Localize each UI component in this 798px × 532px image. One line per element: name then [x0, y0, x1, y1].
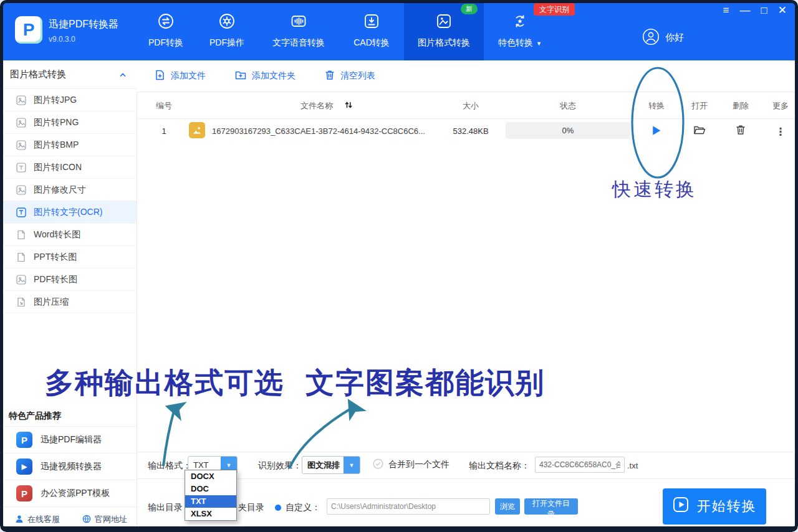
- chevron-up-icon[interactable]: [119, 69, 127, 80]
- pdf-editor-icon: P: [16, 432, 32, 448]
- sidebar-item-png[interactable]: 图片转PNG: [0, 112, 137, 134]
- output-name-extension: .txt: [627, 461, 638, 470]
- app-title: 迅捷PDF转换器: [49, 18, 118, 31]
- add-folder-button[interactable]: 添加文件夹: [234, 69, 296, 83]
- merge-checkbox[interactable]: 合并到一个文件: [373, 458, 449, 471]
- promo-section-title: 特色产品推荐: [0, 405, 137, 426]
- window-controls: ≡ — □ ✕: [723, 5, 787, 16]
- format-option-docx[interactable]: DOCX: [185, 470, 236, 483]
- sort-icon[interactable]: [344, 100, 353, 112]
- more-options-icon[interactable]: ⋮: [776, 125, 786, 138]
- format-dropdown-menu: DOCX DOC TXT XLSX: [185, 470, 237, 521]
- col-header-convert: 转换: [648, 100, 665, 112]
- col-header-no: 编号: [156, 100, 172, 112]
- col-header-size: 大小: [463, 100, 479, 112]
- minimize-icon[interactable]: —: [739, 5, 750, 16]
- delete-trash-icon[interactable]: [735, 124, 746, 136]
- chevron-down-icon[interactable]: ▼: [344, 457, 360, 473]
- chevron-down-icon: ▼: [536, 40, 542, 47]
- sidebar-item-ppt-long[interactable]: PPT转长图: [0, 246, 137, 268]
- menu-icon[interactable]: ≡: [723, 5, 729, 16]
- sidebar-item-ocr[interactable]: 图片转文字(OCR): [0, 201, 137, 224]
- col-header-open: 打开: [691, 100, 708, 112]
- sidebar-section-header[interactable]: 图片格式转换: [0, 60, 137, 89]
- headline-right: 文字图案都能识别: [305, 366, 545, 399]
- promo-ppt-template[interactable]: P 办公资源PPT模板: [0, 480, 137, 507]
- image-format-icon: [435, 12, 453, 32]
- sidebar-item-jpg[interactable]: 图片转JPG: [0, 89, 137, 112]
- sidebar-item-compress[interactable]: 图片压缩: [0, 291, 137, 313]
- format-option-txt[interactable]: TXT: [185, 495, 236, 508]
- compress-file-icon: [16, 297, 26, 307]
- online-service-link[interactable]: 在线客服: [15, 514, 60, 525]
- sidebar-item-resize[interactable]: 图片修改尺寸: [0, 179, 137, 201]
- settings-divider-top: [137, 452, 798, 452]
- tab-special-convert[interactable]: 文字识别 特色转换▼: [484, 0, 556, 60]
- output-name-input[interactable]: [535, 457, 625, 473]
- format-option-doc[interactable]: DOC: [185, 483, 236, 495]
- custom-dir-label[interactable]: 自定义：: [286, 502, 320, 513]
- recognize-select[interactable]: 图文混排 ▼: [302, 456, 360, 474]
- ppt-template-icon: P: [16, 485, 32, 501]
- image-file-icon: [16, 140, 26, 150]
- document-file-icon: [16, 252, 26, 262]
- headline-left: 多种输出格式可选: [45, 366, 284, 399]
- browse-button[interactable]: 浏览: [495, 498, 520, 515]
- image-file-icon: [16, 185, 26, 195]
- customer-service-icon: [15, 515, 24, 525]
- ocr-badge: 文字识别: [534, 3, 575, 16]
- user-account[interactable]: 你好: [642, 28, 684, 47]
- tab-image-format-convert[interactable]: 新 图片格式转换: [404, 0, 484, 60]
- progress-bar: 0%: [506, 122, 630, 139]
- format-option-xlsx[interactable]: XLSX: [185, 508, 236, 520]
- convert-play-button[interactable]: [650, 124, 663, 137]
- pdf-convert-icon: [156, 12, 175, 32]
- recognize-value: 图文混排: [302, 460, 344, 471]
- official-site-link[interactable]: 官网地址: [82, 514, 127, 525]
- avatar-icon: [642, 28, 660, 47]
- sidebar-item-icon[interactable]: 图片转ICON: [0, 156, 137, 179]
- promo-video-converter[interactable]: ▶ 迅捷视频转换器: [0, 453, 137, 480]
- ocr-text-icon: [16, 207, 26, 217]
- open-folder-icon[interactable]: [693, 124, 706, 136]
- pdf-operate-icon: [218, 12, 236, 32]
- start-convert-button[interactable]: 开始转换: [663, 488, 766, 525]
- custom-path-input[interactable]: [327, 498, 490, 515]
- progress-value: 0%: [562, 126, 574, 135]
- cad-convert-icon: [362, 12, 381, 32]
- app-logo-icon: P: [15, 16, 42, 44]
- output-name-label: 输出文档名称：: [469, 460, 530, 472]
- file-size: 532.48KB: [453, 126, 488, 136]
- sidebar-footer: 在线客服 官网地址: [0, 506, 137, 532]
- close-icon[interactable]: ✕: [778, 5, 787, 16]
- custom-dir-radio[interactable]: [275, 505, 281, 511]
- arrow-to-format: [163, 409, 175, 466]
- app-brand: P 迅捷PDF转换器 v9.0.3.0: [15, 16, 118, 44]
- col-header-more: 更多: [772, 100, 789, 112]
- file-toolbar: 添加文件 添加文件夹 清空列表: [137, 60, 798, 92]
- source-dir-option-label[interactable]: 夹目录: [238, 502, 264, 513]
- tab-pdf-operate[interactable]: PDF操作: [196, 0, 258, 60]
- col-header-filename: 文件名称: [300, 100, 333, 112]
- image-file-icon: [16, 163, 26, 173]
- main-nav: PDF转换 PDF操作 文字语音转换 CAD转换: [136, 0, 556, 60]
- output-format-value: TXT: [188, 460, 221, 470]
- sidebar-item-bmp[interactable]: 图片转BMP: [0, 134, 137, 156]
- promo-pdf-editor[interactable]: P 迅捷PDF编辑器: [0, 426, 137, 453]
- open-file-dir-button[interactable]: 打开文件目录: [524, 498, 578, 515]
- sidebar-item-pdf-long[interactable]: PDF转长图: [0, 268, 137, 291]
- tab-pdf-convert[interactable]: PDF转换: [136, 0, 196, 60]
- tab-text-voice-convert[interactable]: 文字语音转换: [258, 0, 339, 60]
- file-name: 1672903167293_C633CAE1-3B72-4614-9432-CC…: [212, 126, 425, 136]
- clear-list-button[interactable]: 清空列表: [324, 69, 375, 83]
- maximize-icon[interactable]: □: [761, 5, 767, 16]
- add-file-icon: [154, 69, 166, 83]
- sidebar: 图片格式转换 图片转JPG 图片转PNG 图片转BMP 图片转ICON 图片修改…: [0, 60, 137, 532]
- title-bar: P 迅捷PDF转换器 v9.0.3.0 PDF转换 PDF操作: [0, 0, 798, 60]
- add-file-button[interactable]: 添加文件: [154, 69, 206, 83]
- promo-section: 特色产品推荐 P 迅捷PDF编辑器 ▶ 迅捷视频转换器 P 办公资源PPT模板: [0, 405, 137, 507]
- tab-cad-convert[interactable]: CAD转换: [339, 0, 404, 60]
- special-convert-icon: [511, 12, 529, 32]
- sidebar-item-word-long[interactable]: Word转长图: [0, 224, 137, 246]
- video-converter-icon: ▶: [16, 458, 32, 475]
